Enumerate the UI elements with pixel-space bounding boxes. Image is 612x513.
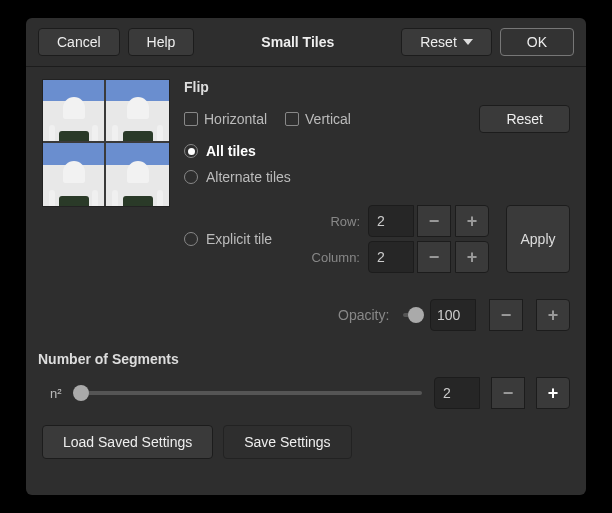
radio-all-label: All tiles [206,143,256,159]
opacity-input[interactable] [430,299,476,331]
chevron-down-icon [463,39,473,45]
row-input[interactable] [368,205,414,237]
opacity-decrement-button[interactable]: − [489,299,523,331]
vertical-checkbox[interactable]: Vertical [285,111,351,127]
radio-icon [184,170,198,184]
horizontal-label: Horizontal [204,111,267,127]
row-increment-button[interactable]: + [455,205,489,237]
opacity-slider[interactable] [403,313,416,317]
radio-alternate-tiles[interactable]: Alternate tiles [184,169,570,185]
dialog-window: Cancel Help Small Tiles Reset OK Flip [26,18,586,495]
help-button[interactable]: Help [128,28,195,56]
column-input[interactable] [368,241,414,273]
flip-mode-radiogroup: All tiles Alternate tiles Explicit tile … [184,143,570,273]
flip-reset-button[interactable]: Reset [479,105,570,133]
cancel-button[interactable]: Cancel [38,28,120,56]
checkbox-icon [184,112,198,126]
load-settings-button[interactable]: Load Saved Settings [42,425,213,459]
opacity-slider-thumb[interactable] [408,307,424,323]
segments-input[interactable] [434,377,480,409]
segments-increment-button[interactable]: + [536,377,570,409]
opacity-increment-button[interactable]: + [536,299,570,331]
column-label: Column: [312,250,364,265]
save-settings-button[interactable]: Save Settings [223,425,351,459]
row-label: Row: [312,214,364,229]
column-increment-button[interactable]: + [455,241,489,273]
segments-slider[interactable] [74,391,422,395]
radio-icon [184,232,198,246]
segments-slider-thumb[interactable] [73,385,89,401]
titlebar: Cancel Help Small Tiles Reset OK [26,18,586,67]
segments-section-title: Number of Segments [38,351,570,367]
ok-button[interactable]: OK [500,28,574,56]
radio-all-tiles[interactable]: All tiles [184,143,570,159]
horizontal-checkbox[interactable]: Horizontal [184,111,267,127]
column-decrement-button[interactable]: − [417,241,451,273]
preview-thumbnail [42,79,170,207]
flip-section-title: Flip [184,79,570,95]
radio-explicit-tile[interactable]: Explicit tile [184,231,272,247]
radio-alt-label: Alternate tiles [206,169,291,185]
dialog-body: Flip Horizontal Vertical Reset [26,67,586,475]
apply-label: Apply [520,231,555,247]
vertical-label: Vertical [305,111,351,127]
segments-decrement-button[interactable]: − [491,377,525,409]
opacity-label: Opacity: [338,307,389,323]
radio-icon [184,144,198,158]
reset-menu-button[interactable]: Reset [401,28,492,56]
n-squared-label: n² [50,386,62,401]
radio-explicit-label: Explicit tile [206,231,272,247]
reset-label: Reset [420,34,457,50]
row-decrement-button[interactable]: − [417,205,451,237]
apply-button[interactable]: Apply [506,205,570,273]
dialog-title: Small Tiles [261,34,334,50]
checkbox-icon [285,112,299,126]
